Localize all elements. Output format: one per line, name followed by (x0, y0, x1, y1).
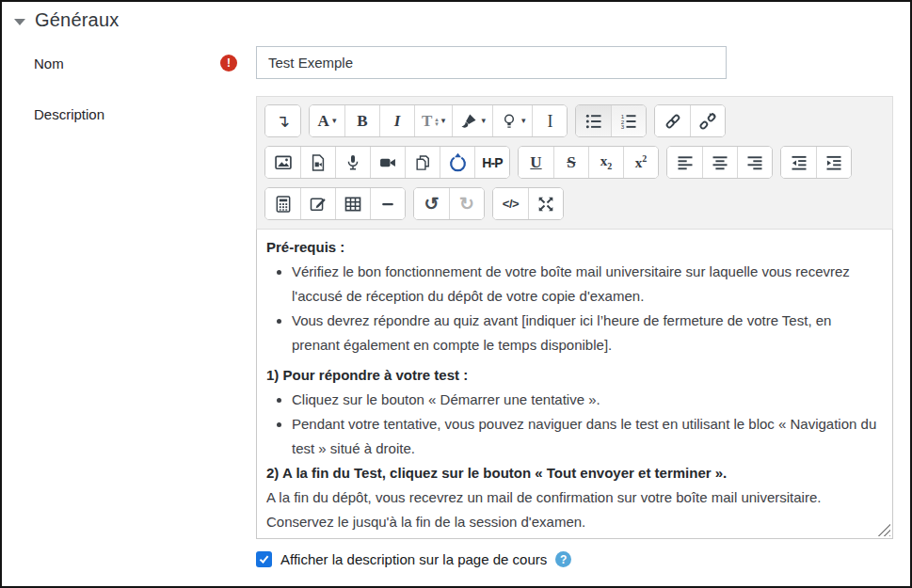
checkmark-icon (260, 553, 269, 563)
name-label: Nom (34, 56, 64, 72)
paragraph-styles-button[interactable]: A ▾ (310, 105, 344, 136)
content-bullet: Vérifiez le bon fonctionnement de votre … (292, 260, 882, 309)
insert-table-button[interactable] (335, 188, 370, 219)
content-paragraph: A la fin du dépôt, vous recevrez un mail… (266, 485, 882, 534)
italic-icon: I (394, 113, 401, 129)
record-audio-button[interactable] (335, 147, 370, 178)
fullscreen-arrows-icon (536, 195, 555, 214)
table-icon (344, 195, 362, 214)
chevron-down-icon: ▾ (521, 117, 526, 125)
link-icon (664, 112, 682, 131)
show-description-checkbox[interactable] (256, 551, 272, 567)
h5p-icon: H-P (482, 155, 503, 170)
content-heading: 2) A la fin du Test, cliquez sur le bout… (266, 461, 882, 485)
collapse-toolbar-button[interactable]: ↴ (265, 105, 300, 136)
undo-button[interactable]: ↺ (414, 188, 449, 219)
numbered-list-icon: 1 2 3 (619, 112, 638, 131)
insert-media-button[interactable] (300, 147, 335, 178)
pages-copy-icon (413, 153, 432, 172)
content-heading: 1) Pour répondre à votre test : (266, 363, 882, 388)
bullet-list-icon (584, 112, 603, 131)
description-editor: ↴ A ▾ B I T ▴▾ ▾ (256, 96, 893, 539)
italic-button[interactable]: I (379, 105, 414, 136)
superscript-button[interactable]: x2 (623, 147, 658, 178)
ordered-list-button[interactable]: 1 2 3 (611, 105, 646, 136)
content-bullet: Vous devrez répondre au quiz avant [indi… (292, 309, 882, 358)
html-source-button[interactable]: </> (493, 188, 528, 219)
undo-icon: ↺ (424, 195, 440, 213)
strikethrough-button[interactable]: S (553, 147, 588, 178)
microphone-icon (344, 153, 362, 172)
editor-toolbar: ↴ A ▾ B I T ▴▾ ▾ (256, 96, 893, 230)
unordered-list-button[interactable] (576, 105, 611, 136)
help-icon[interactable]: ? (555, 551, 571, 567)
section-toggle-generaux[interactable]: Généraux (14, 9, 119, 31)
subscript-button[interactable]: x2 (588, 147, 623, 178)
align-right-icon (745, 153, 764, 172)
horizontal-rule-icon (378, 195, 397, 214)
code-icon: </> (503, 197, 519, 211)
align-left-icon (676, 153, 695, 172)
horizontal-rule-button[interactable] (370, 188, 405, 219)
description-textarea[interactable]: Pré-requis : Vérifiez le bon fonctionnem… (256, 230, 893, 539)
chevron-down-icon: ▾ (481, 117, 486, 125)
content-bullet-list: Vérifiez le bon fonctionnement de votre … (266, 260, 882, 358)
align-right-button[interactable] (737, 147, 772, 178)
font-color-button[interactable]: ▾ (452, 105, 492, 136)
chemistry-editor-button[interactable] (300, 188, 335, 219)
highlighter-button[interactable]: ▾ (492, 105, 533, 136)
lightbulb-icon (500, 112, 519, 131)
strikethrough-icon: S (567, 154, 575, 170)
h5p-button[interactable]: H-P (474, 147, 509, 178)
ibeam-icon: I (547, 113, 552, 130)
align-left-button[interactable] (667, 147, 702, 178)
link-button[interactable] (655, 105, 690, 136)
circular-up-arrow-icon (448, 152, 468, 172)
fullscreen-button[interactable] (528, 188, 563, 219)
outdent-icon (790, 153, 808, 172)
underline-button[interactable]: U (519, 147, 553, 178)
calculator-icon (274, 195, 293, 214)
content-bullet-list: Cliquez sur le bouton « Démarrer une ten… (266, 388, 882, 461)
redo-icon: ↻ (459, 195, 474, 213)
bold-button[interactable]: B (344, 105, 379, 136)
edit-square-icon (309, 195, 328, 214)
superscript-icon: x2 (635, 154, 648, 170)
indent-button[interactable] (816, 147, 851, 178)
recover-draft-button[interactable] (440, 147, 474, 178)
letter-a-icon: A (318, 113, 329, 129)
svg-text:3: 3 (621, 123, 625, 130)
description-label: Description (34, 106, 104, 122)
section-title: Généraux (35, 9, 119, 31)
content-bullet: Pendant votre tentative, vous pouvez nav… (292, 412, 882, 461)
indent-icon (824, 153, 843, 172)
video-camera-icon (378, 153, 397, 172)
unlink-icon (698, 112, 717, 131)
manage-files-button[interactable] (405, 147, 440, 178)
align-center-icon (711, 153, 729, 172)
up-down-arrows-icon: ▴▾ (435, 117, 439, 126)
record-video-button[interactable] (370, 147, 405, 178)
collapse-arrow-icon: ↴ (276, 113, 290, 130)
bold-icon: B (357, 113, 367, 129)
equation-editor-button[interactable] (265, 188, 300, 219)
required-icon: ! (220, 55, 237, 72)
chevron-down-icon: ▾ (332, 117, 337, 125)
show-description-row: Afficher la description sur la page de c… (256, 551, 571, 567)
media-file-icon (309, 153, 328, 172)
chevron-down-icon: ▾ (441, 117, 446, 125)
chevron-down-icon (14, 19, 25, 25)
text-cursor-button[interactable]: I (532, 105, 567, 136)
unlink-button[interactable] (690, 105, 725, 136)
redo-button[interactable]: ↻ (449, 188, 484, 219)
insert-image-button[interactable] (265, 147, 300, 178)
outdent-button[interactable] (781, 147, 816, 178)
paintbrush-icon (459, 112, 478, 131)
subscript-icon: x2 (600, 154, 613, 171)
show-description-label: Afficher la description sur la page de c… (280, 551, 547, 567)
content-bullet: Cliquez sur le bouton « Démarrer une ten… (292, 388, 882, 412)
name-input[interactable] (256, 46, 727, 79)
font-size-icon: T (422, 113, 432, 129)
font-size-button[interactable]: T ▴▾ ▾ (414, 105, 452, 136)
align-center-button[interactable] (702, 147, 737, 178)
